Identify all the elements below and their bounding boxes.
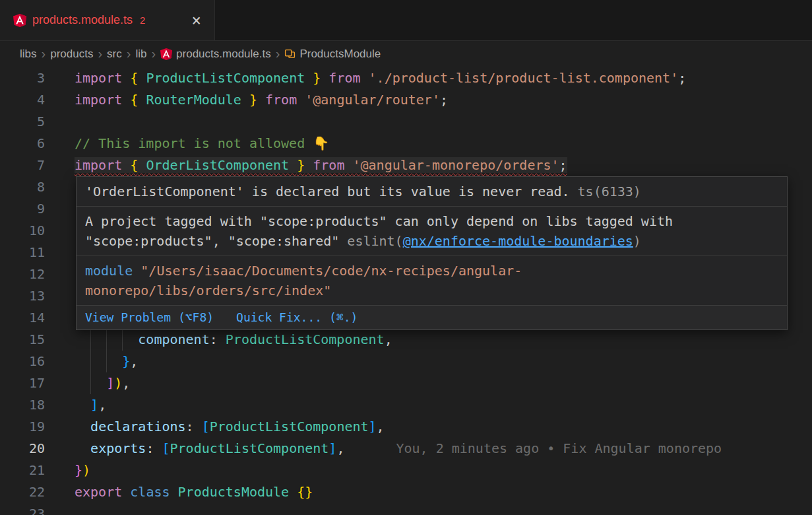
code-line-21[interactable]: 21}) <box>0 460 812 481</box>
code-content: import { ProductListComponent } from './… <box>75 67 812 89</box>
editor-tab[interactable]: products.module.ts 2 × <box>0 0 215 40</box>
tab-title: products.module.ts <box>32 13 133 27</box>
line-number[interactable]: 20 <box>0 438 45 460</box>
token <box>321 70 328 86</box>
line-number[interactable]: 13 <box>0 285 45 307</box>
code-content: component: ProductListComponent, <box>75 329 812 351</box>
code-line-3[interactable]: 3import { ProductListComponent } from '.… <box>0 67 812 89</box>
token: ProductListComponent <box>146 70 305 86</box>
token <box>75 440 90 456</box>
token: ] <box>369 419 377 434</box>
code-line-15[interactable]: 15 component: ProductListComponent, <box>0 329 812 351</box>
line-number[interactable]: 8 <box>0 176 45 198</box>
token: ProductListComponent <box>170 440 329 456</box>
code-line-20[interactable]: 20 exports: [ProductListComponent],You, … <box>0 438 812 460</box>
token: import <box>75 70 122 86</box>
code-text: }) <box>75 462 90 478</box>
line-number[interactable]: 12 <box>0 263 45 285</box>
code-text: ]), <box>75 375 130 391</box>
line-number[interactable]: 21 <box>0 460 45 481</box>
eslint-rule-link[interactable]: @nx/enforce-module-boundaries <box>403 233 633 249</box>
line-number[interactable]: 11 <box>0 242 45 263</box>
token: ) <box>82 462 90 478</box>
code-text: export class ProductsModule {} <box>75 484 313 500</box>
line-number[interactable]: 4 <box>0 89 45 111</box>
code-text: import { ProductListComponent } from './… <box>75 70 686 86</box>
code-line-18[interactable]: 18 ], <box>0 394 812 416</box>
line-number[interactable]: 10 <box>0 220 45 242</box>
token <box>289 484 297 500</box>
code-line-4[interactable]: 4import { RouterModule } from '@angular/… <box>0 89 812 111</box>
code-line-16[interactable]: 16 }, <box>0 351 812 372</box>
token: ) <box>633 233 641 249</box>
code-line-22[interactable]: 22export class ProductsModule {} <box>0 481 812 503</box>
indent-guide <box>106 351 107 372</box>
chevron-right-icon: › <box>122 46 136 61</box>
line-number[interactable]: 17 <box>0 372 45 394</box>
code-line-6[interactable]: 6// This import is not allowed 👇 <box>0 133 812 154</box>
token: ; <box>440 92 448 108</box>
token: 👇 <box>313 135 329 151</box>
token <box>122 157 130 173</box>
token <box>75 397 90 413</box>
git-blame-annotation: You, 2 minutes ago • Fix Angular monorep… <box>344 440 722 456</box>
line-number[interactable]: 18 <box>0 394 45 416</box>
token <box>122 92 130 108</box>
chevron-right-icon: › <box>146 46 160 61</box>
breadcrumb-item-lib[interactable]: lib <box>135 48 146 61</box>
token <box>344 157 352 173</box>
hover-message-line: A project tagged with "scope:products" c… <box>85 211 778 251</box>
breadcrumb-item-products[interactable]: products <box>50 48 93 61</box>
close-icon[interactable]: × <box>189 13 204 28</box>
line-number[interactable]: 9 <box>0 198 45 220</box>
token: import <box>75 157 122 173</box>
code-line-19[interactable]: 19 declarations: [ProductListComponent], <box>0 416 812 438</box>
code-content <box>75 111 812 133</box>
code-content: export class ProductsModule {} <box>75 481 812 503</box>
quick-fix-action[interactable]: Quick Fix... (⌘.) <box>236 309 358 326</box>
code-line-5[interactable]: 5 <box>0 111 812 133</box>
line-number[interactable]: 6 <box>0 133 45 154</box>
token: ] <box>328 440 336 456</box>
breadcrumb-item-src[interactable]: src <box>107 48 122 61</box>
line-number[interactable]: 22 <box>0 481 45 503</box>
line-number[interactable]: 23 <box>0 503 45 515</box>
token <box>133 263 141 279</box>
tab-error-count-badge: 2 <box>140 15 145 26</box>
indent-guide <box>90 351 91 372</box>
line-number[interactable]: 15 <box>0 329 45 351</box>
line-number[interactable]: 19 <box>0 416 45 438</box>
indent-guide <box>90 329 91 351</box>
token: 'OrderListComponent' is declared but its… <box>85 184 570 199</box>
token: , <box>98 397 106 413</box>
line-number[interactable]: 16 <box>0 351 45 372</box>
token: module <box>85 263 133 279</box>
breadcrumb-item-ProductsModule[interactable]: ProductsModule <box>284 48 381 61</box>
line-number[interactable]: 14 <box>0 307 45 329</box>
token <box>361 70 369 86</box>
breadcrumb: libs›products›src›lib›products.module.ts… <box>0 41 812 67</box>
token: ] <box>90 397 98 413</box>
code-line-23[interactable]: 23 <box>0 503 812 515</box>
breadcrumb-item-products.module.ts[interactable]: products.module.ts <box>160 48 271 61</box>
breadcrumb-label: libs <box>20 48 37 61</box>
token: ts(6133) <box>570 184 641 199</box>
token <box>138 157 146 173</box>
line-number[interactable]: 7 <box>0 154 45 176</box>
token <box>305 70 313 86</box>
code-line-17[interactable]: 17 ]), <box>0 372 812 394</box>
view-problem-action[interactable]: View Problem (⌥F8) <box>85 309 214 326</box>
token: monorepo/libs/orders/src/index" <box>85 283 331 298</box>
token: from <box>313 157 344 173</box>
token: ProductListComponent <box>210 419 369 434</box>
code-line-7[interactable]: 7import { OrderListComponent } from '@an… <box>0 154 812 176</box>
token <box>305 157 313 173</box>
line-number[interactable]: 5 <box>0 111 45 133</box>
token: declarations <box>90 419 186 434</box>
breadcrumb-item-libs[interactable]: libs <box>20 48 37 61</box>
token: // This import is not allowed <box>75 135 313 151</box>
angular-icon <box>160 48 172 60</box>
line-number[interactable]: 3 <box>0 67 45 89</box>
token: { <box>130 92 138 108</box>
token: } <box>313 70 321 86</box>
